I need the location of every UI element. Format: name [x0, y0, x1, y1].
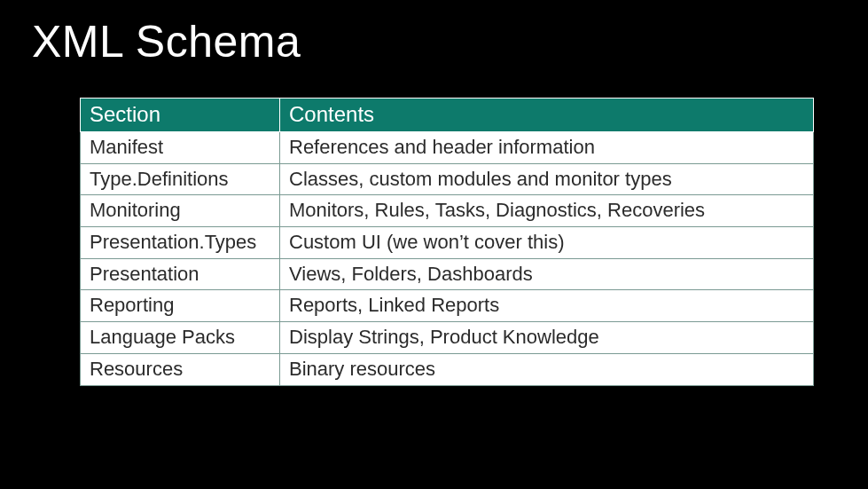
cell-contents: Display Strings, Product Knowledge	[280, 322, 814, 354]
slide: XML Schema Section Contents Manifest Ref…	[0, 0, 868, 489]
table-row: Language Packs Display Strings, Product …	[81, 322, 814, 354]
cell-section: Resources	[81, 353, 280, 385]
cell-contents: Custom UI (we won’t cover this)	[280, 227, 814, 259]
cell-section: Language Packs	[81, 322, 280, 354]
table-row: Reporting Reports, Linked Reports	[81, 290, 814, 322]
cell-contents: Binary resources	[280, 353, 814, 385]
cell-contents: References and header information	[280, 132, 814, 164]
schema-table-wrap: Section Contents Manifest References and…	[80, 98, 836, 386]
table-row: Presentation Views, Folders, Dashboards	[81, 258, 814, 290]
table-header-row: Section Contents	[81, 99, 814, 132]
cell-contents: Classes, custom modules and monitor type…	[280, 163, 814, 195]
header-contents: Contents	[280, 99, 814, 132]
cell-contents: Views, Folders, Dashboards	[280, 258, 814, 290]
cell-contents: Monitors, Rules, Tasks, Diagnostics, Rec…	[280, 195, 814, 227]
table-row: Presentation.Types Custom UI (we won’t c…	[81, 227, 814, 259]
schema-table: Section Contents Manifest References and…	[80, 98, 814, 386]
cell-section: Monitoring	[81, 195, 280, 227]
cell-contents: Reports, Linked Reports	[280, 290, 814, 322]
header-section: Section	[81, 99, 280, 132]
cell-section: Presentation	[81, 258, 280, 290]
table-row: Manifest References and header informati…	[81, 132, 814, 164]
table-row: Type.Definitions Classes, custom modules…	[81, 163, 814, 195]
table-row: Monitoring Monitors, Rules, Tasks, Diagn…	[81, 195, 814, 227]
page-title: XML Schema	[32, 16, 836, 67]
table-row: Resources Binary resources	[81, 353, 814, 385]
cell-section: Manifest	[81, 132, 280, 164]
cell-section: Type.Definitions	[81, 163, 280, 195]
cell-section: Reporting	[81, 290, 280, 322]
cell-section: Presentation.Types	[81, 227, 280, 259]
